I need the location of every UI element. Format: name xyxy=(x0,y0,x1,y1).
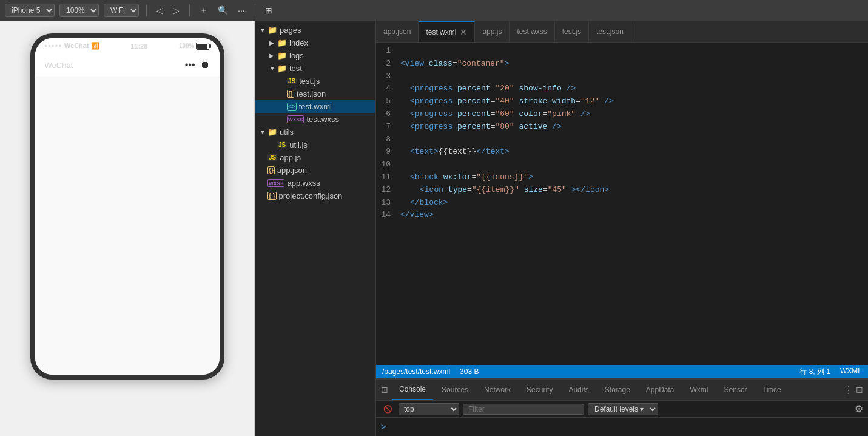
separator xyxy=(146,4,147,16)
tree-file-project-config[interactable]: {·} project.config.json xyxy=(255,189,375,202)
line-number: 13 xyxy=(376,197,400,209)
line-number: 4 xyxy=(376,83,400,95)
more-icon[interactable]: ··· xyxy=(235,4,247,16)
levels-select[interactable]: Default levels ▾ xyxy=(588,403,658,415)
arrow-icon: ▶ xyxy=(269,39,275,46)
line-number: 9 xyxy=(376,146,400,158)
battery-pct: 100% xyxy=(179,43,195,49)
tab-app-json[interactable]: app.json xyxy=(376,21,419,42)
add-icon[interactable]: ＋ xyxy=(197,4,210,17)
status-right: 行 8, 列 1 WXML xyxy=(799,367,862,377)
separator xyxy=(255,4,255,16)
line-content xyxy=(400,70,868,83)
tab-test-js[interactable]: test.js xyxy=(555,21,589,42)
line-number: 3 xyxy=(376,70,400,83)
tree-file-test-wxss[interactable]: wxss test.wxss xyxy=(255,113,375,126)
settings-icon[interactable]: ⚙ xyxy=(855,403,863,415)
config-icon: {·} xyxy=(267,192,277,200)
media-forward-icon[interactable]: ▷ xyxy=(170,4,182,16)
line-content: </block> xyxy=(400,197,868,209)
devtools-tab-appdata[interactable]: AppData xyxy=(639,380,682,400)
devtools-tab-storage[interactable]: Storage xyxy=(597,380,638,400)
frame-select[interactable]: top xyxy=(399,403,459,415)
arrow-icon: ▼ xyxy=(260,27,266,33)
phone-battery: 100% xyxy=(179,43,210,50)
line-content: <progress percent="20" show-info /> xyxy=(400,83,868,95)
tree-folder-logs[interactable]: ▶ 📁 logs xyxy=(255,49,375,62)
code-line-13: 13 </block> xyxy=(376,197,868,209)
line-content: </view> xyxy=(400,209,868,222)
split-icon[interactable]: ⊞ xyxy=(263,4,275,16)
signal-dots: ••••• xyxy=(45,42,62,49)
folder-icon: 📁 xyxy=(267,26,277,35)
tree-file-test-wxml[interactable]: <> test.wxml xyxy=(255,100,375,113)
devtools-tab-sensor[interactable]: Sensor xyxy=(717,380,755,400)
tabs-bar: app.json test.wxml ✕ app.js test.wxss te… xyxy=(376,21,868,43)
devtools-tab-trace[interactable]: Trace xyxy=(756,380,789,400)
js-icon: JS xyxy=(277,141,287,148)
devtools-tab-sources[interactable]: Sources xyxy=(434,380,476,400)
line-content: <block wx:for="{{icons}}"> xyxy=(400,171,868,184)
clear-console-button[interactable]: 🚫 xyxy=(381,404,395,415)
json-icon: {} xyxy=(287,90,294,98)
tree-item-label: project.config.json xyxy=(279,191,343,200)
tab-test-wxss[interactable]: test.wxss xyxy=(510,21,554,42)
devtools-tab-audits[interactable]: Audits xyxy=(561,380,596,400)
line-content xyxy=(400,158,868,171)
tree-file-util-js[interactable]: JS util.js xyxy=(255,138,375,151)
tree-folder-test[interactable]: ▼ 📁 test xyxy=(255,62,375,75)
tab-app-js[interactable]: app.js xyxy=(475,21,510,42)
line-content: <progress percent="40" stroke-width="12"… xyxy=(400,95,868,108)
tree-item-label: logs xyxy=(289,51,304,60)
devtools-icon-select[interactable]: ⊡ xyxy=(381,385,388,395)
code-line-5: 5 <progress percent="40" stroke-width="1… xyxy=(376,95,868,108)
tree-item-label: app.json xyxy=(277,166,307,175)
tree-file-app-json[interactable]: {} app.json xyxy=(255,164,375,177)
devtools-more-icon[interactable]: ⋮ xyxy=(844,384,853,396)
tree-file-app-wxss[interactable]: wxss app.wxss xyxy=(255,177,375,189)
code-editor[interactable]: 1 2 <view class="contaner"> 3 4 <progres… xyxy=(376,43,868,365)
search-icon[interactable]: 🔍 xyxy=(215,4,230,16)
tree-folder-utils[interactable]: ▼ 📁 utils xyxy=(255,126,375,138)
language-label: WXML xyxy=(840,367,862,377)
devtools-tab-console[interactable]: Console xyxy=(392,380,433,400)
code-line-1: 1 xyxy=(376,45,868,58)
line-number: 6 xyxy=(376,108,400,121)
phone-signal: ••••• WeChat 📶 xyxy=(45,42,99,50)
tree-item-label: test xyxy=(289,64,302,73)
devtools-tabs-right: ⋮ ⊟ xyxy=(844,384,863,396)
tree-item-label: test.wxml xyxy=(299,102,332,111)
line-content: <view class="contaner"> xyxy=(400,58,868,70)
zoom-select[interactable]: 100% xyxy=(59,4,99,17)
devtools-toolbar: 🚫 top Default levels ▾ ⚙ xyxy=(376,401,868,418)
tree-file-test-js[interactable]: JS test.js xyxy=(255,75,375,87)
tab-test-wxml[interactable]: test.wxml ✕ xyxy=(419,21,475,42)
media-back-icon[interactable]: ◁ xyxy=(154,4,166,16)
tree-folder-pages[interactable]: ▼ 📁 pages xyxy=(255,24,375,36)
devtools-tab-network[interactable]: Network xyxy=(477,380,518,400)
tree-file-test-json[interactable]: {} test.json xyxy=(255,87,375,100)
tree-item-label: test.js xyxy=(299,77,320,86)
phone-record-icon[interactable]: ⏺ xyxy=(200,60,210,70)
device-select[interactable]: iPhone 5 xyxy=(5,4,55,17)
tab-label: app.js xyxy=(482,27,502,36)
tab-close-icon[interactable]: ✕ xyxy=(460,27,467,37)
js-icon: JS xyxy=(287,78,297,84)
devtools-tab-security[interactable]: Security xyxy=(519,380,560,400)
tree-item-label: test.json xyxy=(297,89,326,98)
phone-header-icons: ••• ⏺ xyxy=(185,60,210,70)
filter-input[interactable] xyxy=(463,404,584,415)
tree-file-app-js[interactable]: JS app.js xyxy=(255,151,375,164)
line-content xyxy=(400,45,868,58)
wxml-icon: <> xyxy=(287,103,297,111)
network-select[interactable]: WiFi xyxy=(104,4,139,17)
line-number: 8 xyxy=(376,134,400,146)
line-content xyxy=(400,134,868,146)
phone-panel: ••••• WeChat 📶 11:28 100% WeChat ••• ⏺ xyxy=(0,21,255,436)
devtools-dock-icon[interactable]: ⊟ xyxy=(856,385,863,395)
phone-more-icon[interactable]: ••• xyxy=(185,60,195,70)
tab-label: test.wxml xyxy=(426,28,456,36)
tree-folder-index[interactable]: ▶ 📁 index xyxy=(255,36,375,49)
tab-test-json[interactable]: test.json xyxy=(589,21,631,42)
devtools-tab-wxml[interactable]: Wxml xyxy=(683,380,716,400)
